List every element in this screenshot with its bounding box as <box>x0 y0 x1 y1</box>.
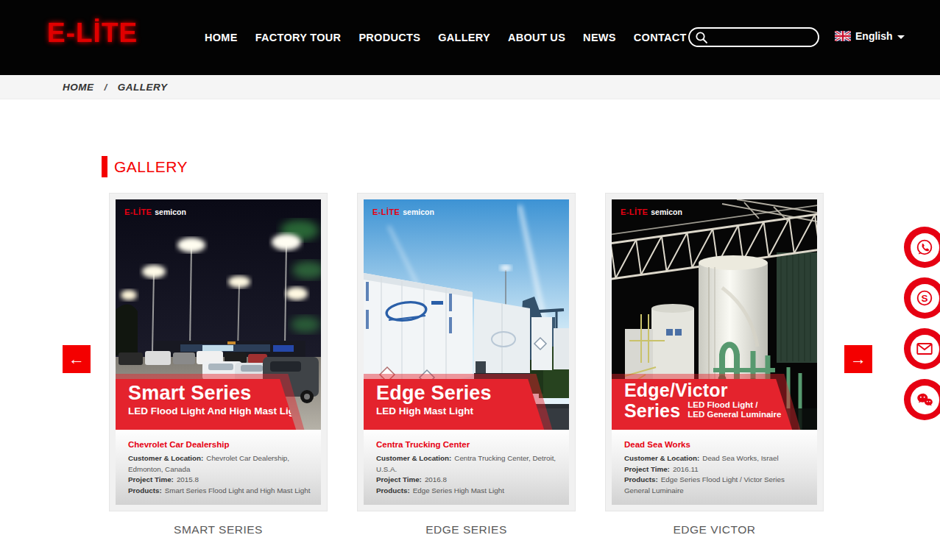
project-name: Dead Sea Works <box>624 440 807 449</box>
card-info: Dead Sea Works Customer & Location:Dead … <box>612 430 817 505</box>
time-row: Project Time:2016.11 <box>624 464 807 475</box>
products-row: Products:Edge Series High Mast Light <box>376 486 559 497</box>
gallery-card-smart-series[interactable]: E-LİTEsemicon Smart Series LED Flood Lig… <box>109 193 328 511</box>
skype-icon: S <box>911 284 939 313</box>
search-box[interactable] <box>688 27 819 47</box>
brand-logo[interactable]: E-LİTE <box>47 18 138 49</box>
card-info: Centra Trucking Center Customer & Locati… <box>364 430 569 505</box>
email-button[interactable] <box>904 328 940 369</box>
project-name: Chevrolet Car Dealership <box>128 440 311 449</box>
gallery-card-edge-series[interactable]: E-LİTEsemicon Edge Series LED High Mast … <box>357 193 576 511</box>
header: E-LİTE HOME FACTORY TOUR PRODUCTS GALLER… <box>0 0 940 75</box>
email-icon <box>911 335 939 364</box>
card-series-title-line2: Series <box>624 402 680 421</box>
breadcrumb-current: GALLERY <box>118 82 168 93</box>
card-photo-industrial-plant: E-LİTEsemicon Edge/Victor Series LED Flo… <box>612 199 817 430</box>
time-row: Project Time:2016.8 <box>376 475 559 486</box>
page: E-LİTE HOME FACTORY TOUR PRODUCTS GALLER… <box>0 0 940 560</box>
svg-text:S: S <box>921 293 927 304</box>
card-caption-smart-series[interactable]: SMART SERIES <box>109 523 328 536</box>
whatsapp-button[interactable] <box>904 227 940 268</box>
uk-flag-icon <box>835 31 851 41</box>
customer-row: Customer & Location:Centra Trucking Cent… <box>376 453 559 475</box>
products-row: Products:Edge Series Flood Light / Victo… <box>624 475 807 496</box>
search-input[interactable] <box>709 32 812 43</box>
page-title: GALLERY <box>114 158 188 176</box>
nav-item-gallery[interactable]: GALLERY <box>438 32 490 43</box>
search-icon <box>694 30 709 45</box>
next-arrow-button[interactable]: → <box>844 345 872 373</box>
wechat-icon <box>911 386 939 414</box>
language-selector[interactable]: English <box>835 30 905 42</box>
photo-brand: E-LİTEsemicon <box>621 208 682 216</box>
gallery-card-edge-victor[interactable]: E-LİTEsemicon Edge/Victor Series LED Flo… <box>605 193 824 511</box>
products-row: Products:Smart Series Flood Light and Hi… <box>128 486 311 497</box>
card-series-subtitle: LED Flood Light / LED General Luminaire <box>688 400 781 419</box>
wechat-button[interactable] <box>904 379 940 420</box>
main-nav: HOME FACTORY TOUR PRODUCTS GALLERY ABOUT… <box>205 0 705 75</box>
photo-brand: E-LİTEsemicon <box>372 208 434 216</box>
skype-button[interactable]: S <box>904 277 940 319</box>
language-label: English <box>855 30 893 42</box>
time-row: Project Time:2015.8 <box>128 475 311 486</box>
project-name: Centra Trucking Center <box>376 440 559 449</box>
section-heading: GALLERY <box>102 156 188 177</box>
breadcrumb: HOME / GALLERY <box>0 75 940 99</box>
heading-accent-bar <box>102 156 107 177</box>
whatsapp-icon <box>911 233 939 262</box>
nav-item-home[interactable]: HOME <box>205 32 238 43</box>
nav-item-products[interactable]: PRODUCTS <box>358 32 420 43</box>
nav-item-news[interactable]: NEWS <box>583 32 616 43</box>
prev-arrow-button[interactable]: ← <box>63 345 91 373</box>
card-info: Chevrolet Car Dealership Customer & Loca… <box>116 430 321 505</box>
card-photo-trucking-center: E-LİTEsemicon Edge Series LED High Mast … <box>364 199 569 430</box>
nav-item-about-us[interactable]: ABOUT US <box>508 32 565 43</box>
chevron-down-icon <box>897 35 905 39</box>
card-caption-edge-series[interactable]: EDGE SERIES <box>357 523 576 536</box>
photo-brand: E-LİTEsemicon <box>124 208 186 216</box>
customer-row: Customer & Location:Dead Sea Works, Isra… <box>624 453 807 464</box>
card-photo-parking-lot: E-LİTEsemicon Smart Series LED Flood Lig… <box>116 199 321 430</box>
card-caption-edge-victor[interactable]: EDGE VICTOR <box>605 523 824 536</box>
breadcrumb-home[interactable]: HOME <box>63 82 94 93</box>
breadcrumb-separator: / <box>105 82 107 93</box>
customer-row: Customer & Location:Chevrolet Car Dealer… <box>128 453 311 475</box>
nav-item-factory-tour[interactable]: FACTORY TOUR <box>255 32 342 43</box>
